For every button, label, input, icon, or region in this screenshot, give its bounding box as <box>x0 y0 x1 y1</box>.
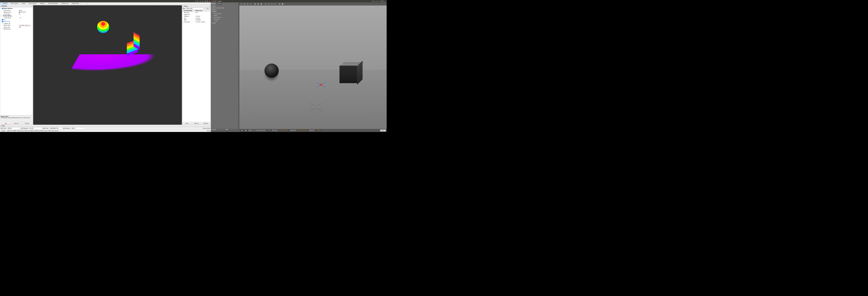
camera-icon[interactable]: 📷 <box>274 3 276 5</box>
tool-publish-point[interactable]: Publish Point <box>69 3 80 5</box>
light-point-icon[interactable]: ✦ <box>265 3 267 5</box>
tree-row[interactable]: Frame Rate30 <box>0 13 33 15</box>
window-min-icon[interactable] <box>214 1 215 2</box>
tool-2d-pose[interactable]: 2D Pose Estimate <box>46 3 59 5</box>
tree-row[interactable]: ✔Fixed FrameOK <box>0 17 33 19</box>
views-tree[interactable]: ▾Current ViewOrbit (rviz)Near Clip …0.01… <box>183 10 211 122</box>
gazebo-3d-view[interactable] <box>240 5 386 129</box>
cylinder-icon[interactable]: ■ <box>260 3 262 5</box>
sound-icon[interactable]: 🔊 <box>202 0 204 2</box>
expand-icon[interactable]: ◳ <box>0 125 1 126</box>
views-row[interactable]: Near Clip …0.01 <box>183 12 210 14</box>
menu-icon[interactable]: ▾ <box>86 3 88 5</box>
tool-move-camera[interactable]: Move Camera <box>8 3 19 5</box>
gazebo-tree-node[interactable]: ▸Scene <box>211 5 238 7</box>
step-button[interactable]: ▶▌ <box>244 130 247 131</box>
sound-icon[interactable]: 🔊 <box>378 0 379 2</box>
gazebo-tree-node[interactable]: ▸Lights <box>211 22 238 24</box>
minus-icon[interactable]: － <box>83 2 85 5</box>
tool-focus-camera[interactable]: Focus Camera <box>26 3 37 5</box>
plus-icon[interactable]: ＋ <box>80 2 83 5</box>
tree-row[interactable]: ▸Namespaces <box>0 28 33 30</box>
ros-elapsed-field[interactable] <box>29 127 42 129</box>
light-dir-icon[interactable]: ➷ <box>271 3 273 5</box>
wall-time-field[interactable] <box>49 127 62 129</box>
copy-icon[interactable]: ⧉ <box>278 3 281 5</box>
experimental-checkbox[interactable] <box>189 127 203 129</box>
tree-row[interactable]: ▾✔Status: Ok <box>0 23 33 24</box>
mail-icon[interactable]: ✉ <box>195 0 196 2</box>
pointer-icon[interactable]: ➤ <box>240 3 243 5</box>
views-type-select[interactable]: Orbit (rviz) <box>186 8 205 9</box>
gazebo-tree-node[interactable]: ▸Physics <box>211 9 238 11</box>
tab-insert[interactable]: Insert <box>216 2 222 5</box>
close-icon[interactable]: ✕ <box>209 5 210 7</box>
sphere-icon[interactable]: ● <box>257 3 260 5</box>
expand-icon[interactable]: ◳ <box>183 6 184 7</box>
paste-icon[interactable]: 📋 <box>281 3 284 5</box>
views-row[interactable]: ▾Current ViewOrbit (rviz) <box>183 10 210 12</box>
tree-row[interactable]: Background C…■ 48; 48; 48 <box>0 11 33 13</box>
reset-button[interactable]: Reset <box>380 129 386 131</box>
views-row[interactable]: Yaw3.11039 <box>183 17 210 19</box>
tree-row[interactable]: Queue Size100 <box>0 26 33 28</box>
wall-elapsed-field[interactable] <box>71 127 84 129</box>
tree-row[interactable]: ▾✔Global Status:… <box>0 15 33 17</box>
gear-icon[interactable]: ⚙ <box>385 0 386 2</box>
gazebo-world-tree[interactable]: ▸Scene▸Spherical Coordinates▸Physics▾Mod… <box>211 5 238 129</box>
pause-button[interactable]: ❚❚ <box>241 130 244 131</box>
rename-button[interactable]: Rename <box>202 122 210 124</box>
tree-row[interactable]: ▾Global Options <box>0 8 33 10</box>
views-row[interactable]: Pitch0.835398 <box>183 19 210 21</box>
expand-icon[interactable]: ◳ <box>0 5 1 7</box>
zero-button[interactable]: Zero <box>205 8 210 10</box>
save-button[interactable]: Save <box>183 122 191 124</box>
gazebo-tree-node[interactable]: ▸ground_plane <box>211 13 238 15</box>
tree-row[interactable]: ▸Grid <box>0 19 33 21</box>
value-header: Value <box>225 129 238 130</box>
translate-icon[interactable]: ✥ <box>243 3 246 5</box>
ros-time-field[interactable] <box>7 127 20 129</box>
views-row[interactable]: ▸Focal Point-0.33742; 0.4605… <box>183 21 210 23</box>
clock[interactable]: 10:20 <box>205 0 208 2</box>
chevron-down-icon[interactable]: ▾ <box>255 130 255 131</box>
gazebo-tree-node[interactable]: ▾unit_box_1 <box>211 18 238 20</box>
rviz-3d-view[interactable] <box>33 5 182 124</box>
window-max-icon[interactable] <box>215 1 216 2</box>
tab-world[interactable]: World <box>211 2 216 5</box>
tree-row[interactable]: Fixed Frameworld <box>0 9 33 11</box>
views-row[interactable]: Distance7.30724 <box>183 16 210 18</box>
gazebo-tree-node[interactable]: ▸Spherical Coordinates <box>211 7 238 9</box>
remove-button[interactable]: Remove <box>11 123 21 124</box>
gazebo-tree-node[interactable]: ▸unit_sphere_1 <box>211 17 238 19</box>
rotate-icon[interactable]: ⟳ <box>246 3 249 5</box>
tree-row[interactable]: Marker Topic/occupied_cells_vis_… <box>0 24 33 26</box>
window-close-icon[interactable] <box>212 1 213 2</box>
clock[interactable]: 10:20 <box>380 0 384 2</box>
gazebo-tree-node[interactable]: ▸firefly <box>211 14 238 17</box>
remove-button[interactable]: Remove <box>192 122 201 124</box>
keyboard-indicator[interactable]: En <box>197 0 199 2</box>
gazebo-tree-node[interactable]: ▾Models <box>211 11 238 13</box>
add-button[interactable]: Add <box>1 123 10 124</box>
tool-measure[interactable]: Measure <box>37 3 45 5</box>
rename-button[interactable]: Rename <box>22 123 32 124</box>
light-spot-icon[interactable]: ☼ <box>268 3 270 5</box>
network-icon[interactable]: ⇵ <box>376 0 377 2</box>
scale-icon[interactable]: ⤢ <box>249 3 252 5</box>
views-row[interactable]: Target Fra… <box>183 13 210 16</box>
displays-tree[interactable]: ▾Global OptionsFixed FrameworldBackgroun… <box>0 7 33 115</box>
reset-button[interactable]: Reset <box>1 130 6 132</box>
tool-2d-nav[interactable]: 2D Nav Goal <box>59 3 69 5</box>
tree-row[interactable]: ▾MarkerArray <box>0 21 33 23</box>
gear-icon[interactable]: ⚙ <box>209 0 210 2</box>
network-icon[interactable]: ⇵ <box>200 0 201 2</box>
close-icon[interactable]: ✕ <box>32 5 33 7</box>
mail-icon[interactable]: ✉ <box>372 0 373 2</box>
box-icon[interactable]: ◼ <box>254 3 256 5</box>
keyboard-indicator[interactable]: En <box>374 0 375 2</box>
tool-select[interactable]: Select <box>20 3 26 5</box>
tool-interact[interactable]: Interact <box>0 3 8 5</box>
ruler-icon <box>38 3 40 4</box>
gazebo-tree-node[interactable]: ▸link <box>211 20 238 22</box>
